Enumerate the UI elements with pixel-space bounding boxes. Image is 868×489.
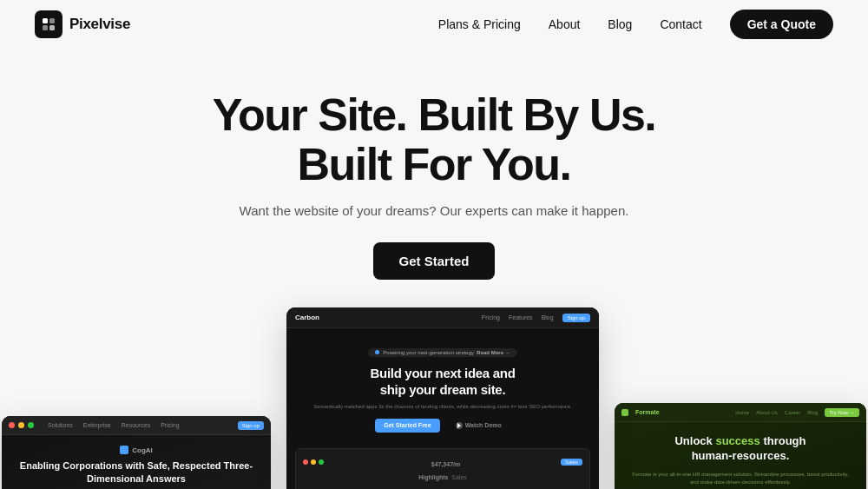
formate-title-highlight: success [715,434,760,447]
card-cogai: Solutions Enterprise Resources Pricing S… [2,416,271,489]
badge-dot [375,350,379,354]
hero-title: Your Site. Built By Us. Built For You. [213,90,656,189]
formate-title: Unlock success throughhuman-resources. [628,434,852,464]
bar-link-pricing: Pricing [161,422,179,428]
cogai-title: Enabling Corporations with Safe, Respect… [16,459,257,485]
get-quote-button[interactable]: Get a Quote [730,10,833,39]
formate-desc: Formate is your all-in-one HR management… [628,471,852,486]
carbon-dashboard: $47,347/m Sales Highlights Sales [295,448,590,489]
formate-logo-text: Formate [635,409,660,415]
carbon-signup-btn: Sign up [562,314,590,322]
hero-section: Your Site. Built By Us. Built For You. W… [0,49,868,489]
play-icon [456,422,463,429]
carbon-badge-text: Powering your next-generation strategy R… [383,350,510,355]
nav-link-blog[interactable]: Blog [608,17,632,31]
carbon-logo-text: Carbon [295,314,319,321]
nav-link-about[interactable]: About [549,17,581,31]
carbon-btn-start: Get Started Free [375,419,439,433]
carbon-badge2: Sales [561,459,582,466]
svg-rect-1 [49,18,55,23]
nav-links: Plans & Pricing About Blog Contact Get a… [438,10,833,39]
cogai-logo-icon [120,446,128,454]
screenshots-row: Solutions Enterprise Resources Pricing S… [0,307,868,489]
formate-nav-career: Career [785,410,800,415]
bar-signup-btn: Sign up [238,421,264,430]
logo[interactable]: Pixelvise [35,10,130,38]
svg-rect-3 [49,25,55,30]
get-started-button[interactable]: Get Started [373,242,496,280]
card-carbon: Carbon Pricing Features Blog Sign up Pow… [286,307,599,489]
hero-title-line1: Your Site. Built By Us. [213,89,656,140]
formate-nav-about: About Us [756,410,778,415]
bar-link-enterprise: Enterprise [83,422,111,428]
logo-text: Pixelvise [69,16,130,33]
formate-nav-blog: Blog [807,410,818,415]
carbon-nav-pricing: Pricing [482,314,500,320]
carbon-highlights-label: Highlights Sales [303,474,582,480]
cogai-logo-text: CogAI [132,446,153,454]
svg-rect-2 [43,25,48,30]
bar-link-solutions: Solutions [48,422,73,428]
nav-link-contact[interactable]: Contact [660,17,701,31]
hero-title-line2: Built For You. [297,139,570,189]
logo-icon [35,10,62,38]
carbon-nav-features: Features [509,314,533,320]
carbon-btn-demo: Watch Demo [447,419,510,433]
svg-rect-0 [43,18,48,23]
carbon-sub: Semantically matched apps 3x the chances… [304,403,582,412]
carbon-title: Build your next idea and ship your dream… [304,366,582,399]
bar-link-resources: Resources [122,422,150,428]
formate-nav-home: Home [735,410,749,415]
nav-link-plans[interactable]: Plans & Pricing [438,17,521,31]
formate-logo-icon [621,409,628,416]
navbar: Pixelvise Plans & Pricing About Blog Con… [0,0,868,49]
carbon-amount: $47,347/m [331,456,561,469]
card-formate: Formate Home About Us Career Blog Try No… [615,403,866,489]
carbon-chart [303,484,582,489]
hero-subtitle: Want the website of your dreams? Our exp… [240,203,629,218]
formate-trynow-btn: Try Now → [825,408,859,417]
carbon-nav-blog: Blog [542,314,554,320]
